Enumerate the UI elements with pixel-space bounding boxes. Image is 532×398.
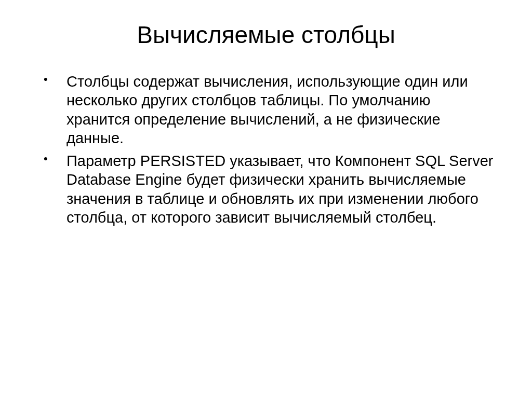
slide-content: Столбцы содержат вычисления, использующи… (26, 72, 506, 227)
list-item: Параметр PERSISTED указывает, что Компон… (36, 152, 496, 227)
list-item: Столбцы содержат вычисления, использующи… (36, 72, 496, 147)
bullet-list: Столбцы содержат вычисления, использующи… (36, 72, 496, 227)
slide-title: Вычисляемые столбцы (26, 21, 506, 49)
